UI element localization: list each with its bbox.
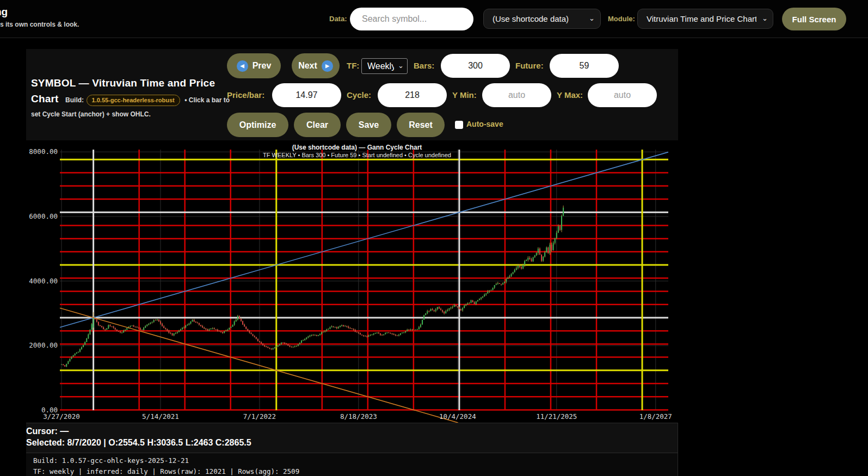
candle-up[interactable] bbox=[190, 322, 191, 324]
candle-down[interactable] bbox=[256, 337, 257, 339]
candle-up[interactable] bbox=[383, 334, 384, 335]
candle-up[interactable] bbox=[311, 335, 312, 335]
bars-input[interactable] bbox=[441, 54, 510, 78]
candle-up[interactable] bbox=[148, 324, 149, 325]
candle-up[interactable] bbox=[516, 268, 517, 270]
candle-up[interactable] bbox=[481, 298, 482, 299]
candle-down[interactable] bbox=[103, 327, 104, 330]
candle-up[interactable] bbox=[341, 325, 342, 326]
candle-up[interactable] bbox=[175, 333, 176, 333]
candle-up[interactable] bbox=[482, 296, 483, 298]
candle-up[interactable] bbox=[526, 260, 527, 261]
candle-up[interactable] bbox=[66, 364, 67, 367]
candle-down[interactable] bbox=[348, 326, 349, 327]
candle-down[interactable] bbox=[434, 310, 435, 311]
candle-down[interactable] bbox=[271, 349, 272, 350]
candle-down[interactable] bbox=[547, 248, 549, 253]
candle-up[interactable] bbox=[504, 282, 505, 283]
candle-down[interactable] bbox=[163, 326, 164, 328]
candle-up[interactable] bbox=[78, 352, 79, 353]
candle-down[interactable] bbox=[167, 329, 168, 331]
candle-up[interactable] bbox=[192, 320, 193, 322]
ymin-input[interactable] bbox=[482, 83, 551, 107]
candle-up[interactable] bbox=[476, 301, 477, 304]
candle-down[interactable] bbox=[541, 255, 542, 261]
candle-up[interactable] bbox=[549, 245, 550, 254]
candle-down[interactable] bbox=[137, 327, 138, 327]
candle-down[interactable] bbox=[194, 320, 195, 322]
candle-down[interactable] bbox=[217, 330, 218, 331]
candlestick-chart-canvas[interactable]: (Use shortcode data) — Gann Cycle ChartT… bbox=[26, 140, 678, 423]
candle-up[interactable] bbox=[188, 324, 189, 325]
candle-down[interactable] bbox=[64, 365, 65, 367]
fullscreen-button[interactable]: Full Screen bbox=[782, 8, 846, 30]
candle-down[interactable] bbox=[249, 331, 250, 332]
candle-down[interactable] bbox=[262, 344, 263, 345]
candle-down[interactable] bbox=[140, 329, 141, 330]
candle-up[interactable] bbox=[326, 330, 327, 331]
candle-down[interactable] bbox=[529, 258, 530, 259]
candle-down[interactable] bbox=[141, 330, 143, 330]
candle-up[interactable] bbox=[71, 357, 72, 359]
candle-up[interactable] bbox=[400, 333, 401, 335]
candle-up[interactable] bbox=[533, 257, 534, 261]
candle-down[interactable] bbox=[551, 245, 552, 250]
candle-up[interactable] bbox=[224, 331, 225, 333]
candle-up[interactable] bbox=[301, 341, 302, 343]
autosave-checkbox[interactable] bbox=[455, 121, 463, 129]
candle-down[interactable] bbox=[284, 343, 285, 344]
candle-up[interactable] bbox=[410, 329, 411, 330]
candle-up[interactable] bbox=[558, 226, 559, 233]
candle-up[interactable] bbox=[146, 325, 147, 326]
candle-up[interactable] bbox=[543, 257, 544, 261]
candle-up[interactable] bbox=[123, 331, 124, 333]
candle-up[interactable] bbox=[377, 332, 378, 333]
candle-down[interactable] bbox=[245, 326, 247, 329]
candle-down[interactable] bbox=[205, 329, 206, 329]
candle-down[interactable] bbox=[220, 331, 221, 332]
candle-down[interactable] bbox=[259, 341, 260, 342]
candle-up[interactable] bbox=[234, 322, 235, 325]
candle-down[interactable] bbox=[363, 335, 364, 336]
candle-up[interactable] bbox=[278, 345, 279, 347]
candle-up[interactable] bbox=[299, 343, 300, 344]
candle-up[interactable] bbox=[69, 359, 70, 362]
candle-up[interactable] bbox=[375, 333, 376, 334]
candle-down[interactable] bbox=[365, 336, 366, 337]
candle-down[interactable] bbox=[539, 249, 540, 255]
candle-up[interactable] bbox=[418, 327, 420, 329]
candle-down[interactable] bbox=[393, 334, 395, 335]
candle-down[interactable] bbox=[388, 332, 389, 333]
candle-up[interactable] bbox=[335, 327, 336, 327]
candle-down[interactable] bbox=[360, 333, 361, 335]
candle-down[interactable] bbox=[155, 320, 156, 320]
candle-up[interactable] bbox=[230, 327, 231, 328]
candle-down[interactable] bbox=[257, 339, 258, 342]
candle-up[interactable] bbox=[126, 328, 127, 330]
candle-up[interactable] bbox=[323, 332, 324, 332]
candle-up[interactable] bbox=[484, 295, 485, 297]
candle-up[interactable] bbox=[491, 290, 492, 290]
candle-down[interactable] bbox=[439, 307, 440, 308]
candle-up[interactable] bbox=[88, 335, 89, 339]
candle-up[interactable] bbox=[373, 333, 374, 335]
candle-down[interactable] bbox=[442, 310, 443, 312]
candle-up[interactable] bbox=[403, 332, 404, 333]
candle-up[interactable] bbox=[450, 308, 451, 308]
candle-up[interactable] bbox=[331, 326, 333, 327]
candle-down[interactable] bbox=[244, 325, 245, 327]
candle-up[interactable] bbox=[497, 283, 498, 285]
candle-up[interactable] bbox=[544, 252, 545, 257]
candle-down[interactable] bbox=[200, 325, 201, 326]
candle-up[interactable] bbox=[511, 274, 512, 276]
prev-button[interactable]: ◀ Prev bbox=[227, 53, 281, 78]
candle-up[interactable] bbox=[329, 327, 330, 329]
candle-up[interactable] bbox=[368, 336, 369, 337]
candle-up[interactable] bbox=[506, 279, 507, 282]
candle-down[interactable] bbox=[115, 328, 116, 330]
candle-up[interactable] bbox=[514, 270, 515, 272]
candle-down[interactable] bbox=[247, 329, 248, 331]
candle-up[interactable] bbox=[556, 233, 557, 238]
candle-down[interactable] bbox=[333, 326, 334, 327]
candle-down[interactable] bbox=[457, 306, 458, 307]
